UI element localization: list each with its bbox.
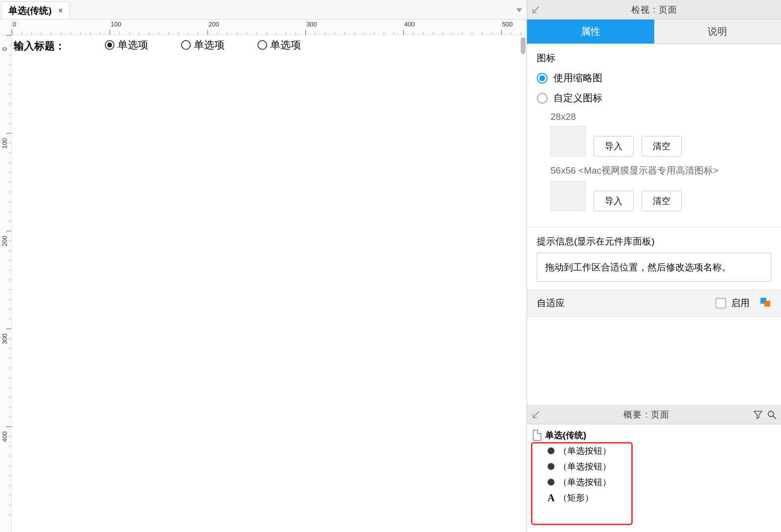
tab-notes[interactable]: 说明 [654, 20, 781, 44]
section-icon: 图标 使用缩略图 自定义图标 28x28 导入 清空 [527, 44, 781, 227]
outline-panel-title: 概要 : 页面 [545, 409, 749, 421]
enable-label: 启用 [731, 297, 750, 310]
canvas-scrollbar[interactable] [521, 37, 526, 54]
enable-checkbox[interactable] [715, 298, 726, 309]
custom-icon-label: 自定义图标 [553, 91, 602, 105]
adaptive-label: 自适应 [537, 297, 711, 310]
section-icon-heading: 图标 [537, 52, 771, 65]
ruler-corner [0, 20, 12, 35]
outline-item-label: （单选按钮） [558, 445, 611, 457]
outline-panel-header: 概要 : 页面 [527, 405, 781, 424]
inspector-panel-header: 检视 : 页面 [527, 0, 781, 20]
search-icon[interactable] [767, 410, 776, 419]
document-tab-strip: 单选(传统) × [0, 0, 527, 20]
size-28-label: 28x28 [551, 111, 771, 122]
use-thumbnail-option[interactable]: 使用缩略图 [537, 71, 771, 85]
radio-option-label: 单选项 [194, 38, 225, 52]
radio-checked-icon [537, 73, 548, 84]
radio-option-1[interactable]: 单选项 [105, 38, 148, 52]
outline-item-label: （单选按钮） [558, 476, 611, 488]
ruler-v-tick-label: 0 [1, 47, 8, 51]
ruler-v-tick-label: 100 [1, 138, 8, 149]
document-tab[interactable]: 单选(传统) × [1, 1, 70, 19]
radio-checked-icon [105, 40, 115, 50]
ruler-h-tick-label: 200 [208, 21, 219, 28]
radio-unchecked-icon [257, 40, 267, 50]
outline-page-row[interactable]: 单选(传统) [527, 427, 781, 443]
hint-body[interactable]: 拖动到工作区合适位置，然后修改选项名称。 [537, 253, 771, 282]
ruler-v-tick-label: 400 [1, 431, 8, 442]
icon-preview-28 [551, 126, 586, 156]
title-label-widget[interactable]: 输入标题： [14, 39, 65, 53]
inspector-sub-tabs: 属性 说明 [527, 20, 781, 44]
page-icon [533, 430, 541, 441]
size-56-label: 56x56 <Mac视网膜显示器专用高清图标> [551, 164, 771, 177]
ruler-h-tick-label: 500 [502, 21, 513, 28]
ruler-h-tick-label: 400 [404, 21, 415, 28]
ruler-v-tick-label: 200 [1, 236, 8, 246]
document-tab-label: 单选(传统) [8, 4, 52, 17]
outline-page-label: 单选(传统) [545, 429, 586, 441]
ruler-h-tick-label: 100 [111, 21, 121, 28]
collapse-arrow-icon[interactable] [532, 411, 540, 419]
outline-item[interactable]: （单选按钮） [527, 443, 781, 459]
tab-dropdown-toggle[interactable] [512, 1, 527, 19]
filter-icon[interactable] [754, 410, 762, 419]
radio-option-3[interactable]: 单选项 [257, 38, 301, 52]
outline-item-label: （矩形） [558, 492, 594, 504]
text-widget-icon: A [548, 492, 554, 504]
tab-properties[interactable]: 属性 [527, 20, 654, 44]
chevron-down-icon [516, 8, 522, 12]
svg-point-2 [768, 411, 774, 417]
close-icon[interactable]: × [57, 7, 65, 15]
clear-56-button[interactable]: 清空 [642, 191, 682, 211]
ruler-vertical[interactable]: 0100200300400 [0, 35, 12, 532]
outline-item[interactable]: （单选按钮） [527, 474, 781, 490]
outline-item[interactable]: A（矩形） [527, 490, 781, 506]
radio-option-label: 单选项 [117, 38, 148, 52]
svg-line-3 [773, 416, 776, 419]
hint-label: 提示信息(显示在元件库面板) [537, 235, 771, 248]
section-adaptive: 自适应 启用 [527, 290, 781, 317]
import-56-button[interactable]: 导入 [594, 191, 634, 211]
svg-rect-1 [764, 301, 770, 307]
design-canvas[interactable]: 输入标题： 单选项 单选项 单选项 [12, 35, 527, 532]
section-hint: 提示信息(显示在元件库面板) 拖动到工作区合适位置，然后修改选项名称。 [527, 227, 781, 290]
radio-icon [548, 447, 554, 454]
import-28-button[interactable]: 导入 [594, 136, 634, 156]
clear-28-button[interactable]: 清空 [642, 136, 682, 156]
radio-unchecked-icon [537, 93, 548, 104]
radio-icon [548, 463, 554, 470]
inspector-panel-title: 检视 : 页面 [545, 4, 764, 16]
adaptive-color-icon[interactable] [760, 298, 771, 309]
icon-preview-56 [551, 181, 586, 211]
radio-unchecked-icon [181, 40, 191, 50]
outline-item-label: （单选按钮） [558, 461, 611, 472]
ruler-v-tick-label: 300 [1, 333, 8, 344]
radio-option-label: 单选项 [270, 38, 301, 52]
ruler-h-tick-label: 0 [13, 21, 16, 28]
outline-item[interactable]: （单选按钮） [527, 459, 781, 474]
use-thumbnail-label: 使用缩略图 [553, 71, 602, 85]
ruler-horizontal[interactable]: 0100200300400500 [12, 20, 527, 35]
outline-tree: 单选(传统) （单选按钮）（单选按钮）（单选按钮）A（矩形） [527, 424, 781, 532]
radio-option-2[interactable]: 单选项 [181, 38, 225, 52]
radio-icon [548, 479, 554, 486]
ruler-h-tick-label: 300 [306, 21, 317, 28]
custom-icon-option[interactable]: 自定义图标 [537, 91, 771, 105]
collapse-arrow-icon[interactable] [532, 6, 540, 14]
